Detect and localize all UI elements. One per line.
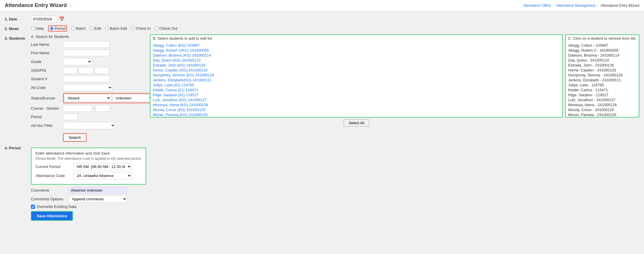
select-all-wrap: Select All [150,119,563,127]
current-period-label: Current Period [36,164,74,169]
mode-checkout[interactable]: Check Out [155,26,177,31]
course-inputs: - [63,105,110,112]
attendance-code-select[interactable]: 2A. Unlawful Absence [74,172,132,179]
selected-list-box[interactable]: Abegg, Colton - 103667 Abegg, Robert V -… [565,42,639,118]
selected-item[interactable]: Horne, Cayden - 241000133 [568,68,637,73]
selected-item[interactable]: Kilge, Sanjeev - 119527 [568,92,637,97]
list-item[interactable]: Estrada, John (KG) 241000126 [152,63,561,68]
grade-select[interactable] [63,58,92,65]
selected-item[interactable]: Moody, Conor - 241000125 [568,107,637,112]
comments-options-select[interactable]: Append comments Replace comments [69,195,127,203]
comments-options-row: Comments Options Append comments Replace… [31,195,639,203]
course-label: Course - Section [31,106,63,111]
selected-item[interactable]: Lutz, Jonathon - 241000127 [568,97,637,102]
list-item[interactable]: Moran, Pamela (KG) 241000130 [152,112,561,117]
list-item[interactable]: Jenkins, Elizabeth(KG) 241000111 [152,78,561,83]
mode-edit-radio[interactable] [90,27,94,30]
section-period-content: Enter attendance information and click S… [31,145,639,221]
period-info-text: Enter attendance information and click S… [36,151,141,155]
student-num-input[interactable] [63,76,110,82]
att-code-row: Att Code [31,84,148,91]
breadcrumb-attendance-management[interactable]: Attendance Management [556,3,595,8]
list-item[interactable]: Lutz, Jonathon (KG) 241000127 [152,97,561,102]
period-input[interactable] [63,113,78,120]
list-item[interactable]: Sanders, Alondra (KG) 241000112 [152,117,561,118]
mode-batchedit[interactable]: Batch Edit [105,26,127,31]
list-item[interactable]: Horne, Cayden (KG) 241000133 [152,68,561,73]
ssn-part2[interactable] [79,67,93,74]
mode-period-label: Period [55,26,66,31]
adhoc-row: Ad Hoc Filter [31,122,148,129]
selected-item[interactable]: Day, Quinn - 241000110 [568,58,637,63]
list-item[interactable]: Humphrey, Simone (KG) 241000129 [152,73,561,78]
mode-batch[interactable]: Batch [71,26,85,31]
mode-checkout-radio[interactable] [155,27,159,30]
mode-period-radio[interactable] [50,27,54,30]
first-name-input[interactable] [63,50,110,56]
grade-row: Grade [31,58,148,65]
list-item[interactable]: Jollye, Leila (01) 118780 [152,83,561,87]
search-button[interactable]: Search [64,134,86,141]
mode-daily[interactable]: Daily [31,26,44,31]
date-input[interactable] [31,16,57,22]
period-mode-text: Period Mode: The attendance code is appl… [36,157,141,161]
star-icon[interactable]: ☆ [69,3,73,8]
selected-item[interactable]: Abegg, Colton - 103667 [568,43,637,48]
section-students-label: 3. Students [5,34,31,41]
selected-item[interactable]: Dawson, Brianna - 241000114 [568,53,637,58]
mode-period[interactable]: Period [50,26,66,31]
ssn-part1[interactable] [63,67,78,74]
list-item[interactable]: Dawson, Brianna (KG) 241000114 [152,53,561,58]
list-item[interactable]: Kilge, Sanjeev (01) 119527 [152,92,561,97]
select-all-button[interactable]: Select All [344,119,369,127]
students-search-panel: A. Search for Students Last Name First N… [31,34,148,142]
current-period-select[interactable]: HR AM. (08:30 AM - 11:30 AM) [74,163,132,170]
list-item[interactable]: Abegg, Colton (KG) 103667 [152,43,561,48]
calendar-icon[interactable]: 📅 [59,16,65,22]
breadcrumb-sep-2: › [598,3,599,8]
selected-item[interactable]: Jenkins, Elizabeth - 241000111 [568,78,637,83]
selected-item[interactable]: Abegg, Robert V - 161900005 [568,48,637,53]
mode-edit[interactable]: Edit [90,26,101,31]
course-input[interactable] [63,105,92,112]
list-item[interactable]: Kiddle, Carina (01) 119471 [152,87,561,92]
list-item[interactable]: Montoya, Alena (KG) 241000128 [152,102,561,107]
selected-item[interactable]: Estrada, John - 241000126 [568,63,637,68]
selected-item[interactable]: Sanders, Alondra - 241000112 [568,117,637,118]
mode-batch-radio[interactable] [71,27,75,30]
selected-item[interactable]: Montoya, Alena - 241000128 [568,102,637,107]
mode-checkin[interactable]: Check In [131,26,150,31]
ssn-row: SSN/PIN [31,67,148,74]
section-date: 1. Date 📅 [5,16,639,22]
att-code-select[interactable] [63,84,113,91]
attendance-code-label: Attendance Code [36,174,74,178]
overwrite-checkbox[interactable] [31,205,35,209]
mode-batchedit-radio[interactable] [105,27,109,30]
last-name-input[interactable] [63,41,110,48]
selected-item[interactable]: Kiddle, Carina - 119471 [568,87,637,92]
mode-daily-radio[interactable] [31,27,35,30]
excuse-select[interactable]: Unknown Excused Unexcused [112,94,153,102]
period-section-box: Enter attendance information and click S… [31,148,146,185]
breadcrumb-attendance-office[interactable]: Attendance Office [523,3,551,8]
section-input[interactable] [96,105,110,112]
list-item[interactable]: Moody, Conor (KG) 241000125 [152,107,561,112]
page-title-area: Attendance Entry Wizard ☆ [5,2,73,8]
mode-checkin-radio[interactable] [131,27,135,30]
student-list-box[interactable]: Abegg, Colton (KG) 103667 Abegg, Robert … [150,42,563,118]
selected-item[interactable]: Humphrey, Simone - 241000129 [568,73,637,78]
comments-input[interactable] [69,187,127,194]
selected-item[interactable]: Moran, Pamela - 241000130 [568,112,637,117]
list-item[interactable]: Abegg, Robert V(KG) 161900005 [152,48,561,53]
course-dash: - [93,106,94,111]
adhoc-select[interactable] [63,122,116,129]
course-row: Course - Section - [31,105,148,112]
ssn-part3[interactable] [94,67,109,74]
top-nav: Attendance Entry Wizard ☆ Attendance Off… [0,0,644,11]
last-name-label: Last Name [31,42,63,47]
status-select[interactable]: Absent Present Tardy [64,94,111,102]
selected-item[interactable]: Jollye, Leila - 118780 [568,83,637,87]
list-item[interactable]: Day, Quinn (KG) 241000110 [152,58,561,63]
save-btn-wrap: Save Attendance [31,211,73,221]
save-attendance-button[interactable]: Save Attendance [32,212,72,220]
